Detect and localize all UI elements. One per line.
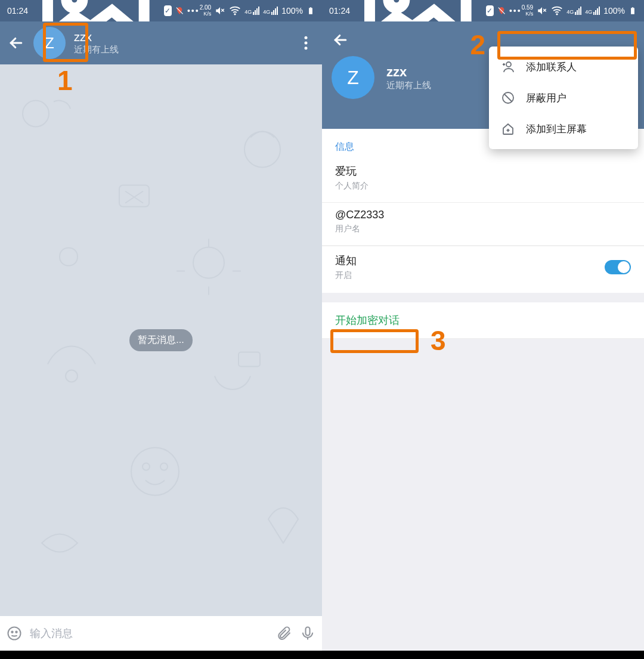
- wifi-icon: [551, 5, 563, 17]
- net-speed-unit: K/s: [522, 11, 533, 17]
- section-gap: [322, 293, 644, 302]
- avatar-letter: Z: [45, 34, 54, 52]
- menu-block-user-label: 屏蔽用户: [526, 91, 566, 105]
- net-speed: 2.00 K/s: [200, 5, 211, 17]
- svg-point-7: [305, 36, 308, 39]
- notif-toggle[interactable]: [605, 260, 631, 274]
- chat-avatar[interactable]: Z: [33, 27, 66, 59]
- nav-bar: [0, 651, 322, 659]
- svg-point-21: [16, 632, 17, 633]
- svg-rect-6: [310, 7, 311, 8]
- net-speed: 0.59 K/s: [522, 5, 533, 17]
- notifications-row[interactable]: 通知 开启: [322, 246, 644, 293]
- more-options-button[interactable]: [297, 34, 315, 52]
- username-row[interactable]: @CZ2333 用户名: [322, 203, 644, 246]
- chat-title-block[interactable]: zzx 近期有上线: [74, 30, 119, 55]
- svg-point-20: [11, 632, 13, 633]
- menu-add-home[interactable]: 添加到主屏幕: [489, 113, 638, 144]
- avatar-letter: Z: [347, 67, 359, 89]
- bio-label: 个人简介: [335, 181, 631, 191]
- status-time: 01:24: [7, 6, 28, 16]
- svg-point-19: [8, 627, 21, 640]
- battery-icon: [628, 7, 637, 15]
- mute-icon: [215, 5, 225, 16]
- profile-status: 近期有上线: [386, 80, 431, 91]
- back-button[interactable]: [332, 31, 349, 49]
- more-indicator: •••: [187, 6, 200, 16]
- svg-point-13: [193, 247, 224, 279]
- menu-add-contact[interactable]: 添加联系人: [489, 51, 638, 82]
- svg-rect-22: [306, 627, 310, 636]
- svg-point-14: [66, 370, 78, 382]
- menu-add-home-label: 添加到主屏幕: [526, 122, 587, 136]
- svg-point-18: [160, 463, 168, 471]
- nav-bar: [322, 651, 644, 659]
- signal-label-1: 4G: [244, 9, 252, 15]
- svg-rect-15: [239, 352, 260, 367]
- battery-icon: [306, 7, 315, 15]
- signal-1-icon: 4G: [566, 7, 581, 15]
- svg-rect-29: [632, 7, 633, 8]
- status-bar: 01:24 ✓ ••• 2.00 K/s 4G 4G: [0, 0, 322, 21]
- signal-label-2: 4G: [263, 9, 270, 15]
- svg-rect-5: [309, 8, 312, 14]
- notif-title: 通知: [335, 253, 357, 268]
- svg-point-4: [234, 14, 236, 15]
- profile-content: 信息 爱玩 个人简介 @CZ2333 用户名 通知 开启: [322, 129, 644, 293]
- message-input[interactable]: [30, 627, 268, 640]
- signal-label-2b: 4G: [585, 9, 592, 15]
- svg-point-9: [305, 47, 308, 49]
- svg-point-30: [506, 62, 511, 67]
- message-input-bar: [0, 616, 322, 651]
- empty-chat-message: 暂无消息...: [129, 329, 192, 351]
- mute-icon: [537, 5, 547, 16]
- attach-button[interactable]: [275, 625, 292, 642]
- svg-point-10: [23, 101, 49, 127]
- status-right: 2.00 K/s 4G 4G 100%: [200, 5, 315, 17]
- svg-point-24: [388, 0, 404, 8]
- chat-message-area[interactable]: 暂无消息...: [0, 64, 322, 616]
- signal-1-icon: 4G: [244, 7, 259, 15]
- menu-block-user[interactable]: 屏蔽用户: [489, 82, 638, 113]
- chat-name: zzx: [74, 30, 119, 44]
- svg-point-8: [305, 42, 308, 45]
- net-speed-value: 2.00: [200, 4, 211, 11]
- start-secret-chat[interactable]: 开始加密对话: [322, 302, 644, 339]
- notif-state: 开启: [335, 270, 357, 281]
- wifi-icon: [229, 5, 241, 17]
- svg-point-11: [244, 132, 280, 168]
- battery-text: 100%: [603, 6, 625, 16]
- block-icon: [501, 91, 515, 105]
- back-button[interactable]: [7, 34, 25, 52]
- signal-label-1b: 4G: [566, 9, 574, 15]
- username-value: @CZ2333: [335, 209, 631, 221]
- phone-left-chat: 01:24 ✓ ••• 2.00 K/s 4G 4G: [0, 0, 322, 659]
- phone-right-profile: 01:24 ✓ ••• 0.59 K/s 4G 4G: [322, 0, 644, 659]
- chat-status: 近期有上线: [74, 44, 119, 55]
- status-right: 0.59 K/s 4G 4G 100%: [522, 5, 637, 17]
- net-speed-value: 0.59: [522, 4, 533, 11]
- status-bar: 01:24 ✓ ••• 0.59 K/s 4G 4G: [322, 0, 644, 21]
- emoji-button[interactable]: [6, 625, 23, 642]
- svg-point-17: [143, 463, 150, 471]
- svg-point-16: [131, 448, 179, 496]
- bio-value: 爱玩: [335, 164, 631, 178]
- signal-2-icon: 4G: [263, 7, 278, 15]
- profile-avatar[interactable]: Z: [332, 56, 374, 99]
- svg-rect-12: [119, 185, 149, 207]
- location-off-icon: [497, 5, 506, 17]
- profile-header: Z zzx 近期有上线 添加联系人: [322, 21, 644, 129]
- net-speed-unit: K/s: [200, 11, 211, 17]
- location-off-icon: [175, 5, 184, 17]
- battery-text: 100%: [281, 6, 303, 16]
- username-label: 用户名: [335, 224, 631, 234]
- chat-header: Z zzx 近期有上线: [0, 21, 322, 64]
- menu-add-contact-label: 添加联系人: [526, 60, 577, 74]
- profile-filler: [322, 339, 644, 651]
- add-contact-icon: [501, 60, 515, 74]
- bio-row[interactable]: 爱玩 个人简介: [322, 158, 644, 203]
- svg-point-1: [66, 0, 82, 8]
- svg-rect-28: [631, 8, 634, 14]
- voice-button[interactable]: [299, 625, 316, 642]
- status-check-icon: ✓: [164, 5, 172, 16]
